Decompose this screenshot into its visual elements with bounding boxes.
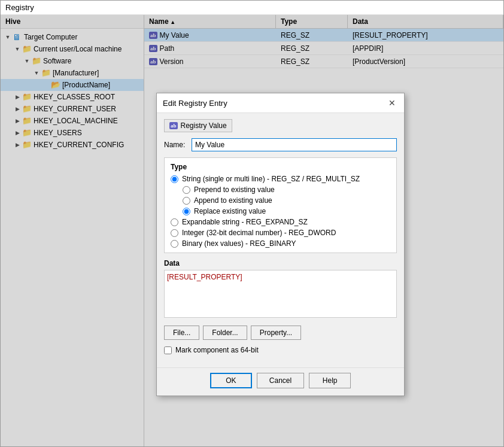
type-section-title: Type bbox=[171, 163, 390, 171]
window-title: Registry bbox=[1, 1, 503, 15]
dialog-footer: OK Cancel Help bbox=[157, 367, 404, 396]
radio-replace-input[interactable] bbox=[183, 208, 190, 215]
data-textarea[interactable]: [RESULT_PROPERTY] bbox=[164, 270, 397, 318]
name-label: Name: bbox=[164, 141, 188, 149]
radio-expandable[interactable]: Expandable string - REG_EXPAND_SZ bbox=[171, 218, 390, 226]
radio-append-input[interactable] bbox=[183, 197, 190, 205]
property-button[interactable]: Property... bbox=[251, 326, 301, 340]
radio-prepend-label: Prepend to existing value bbox=[194, 186, 275, 194]
dialog-overlay: Edit Registry Entry ✕ ab Registry Value … bbox=[1, 15, 503, 446]
radio-expandable-label: Expandable string - REG_EXPAND_SZ bbox=[182, 218, 308, 226]
radio-string-input[interactable] bbox=[171, 175, 178, 183]
radio-string[interactable]: String (single or multi line) - REG_SZ /… bbox=[171, 175, 390, 183]
radio-append[interactable]: Append to existing value bbox=[183, 196, 390, 205]
name-input[interactable] bbox=[192, 138, 397, 151]
dialog-titlebar: Edit Registry Entry ✕ bbox=[157, 93, 404, 113]
radio-expandable-input[interactable] bbox=[171, 218, 178, 226]
radio-integer-label: Integer (32-bit decimal number) - REG_DW… bbox=[182, 229, 336, 237]
radio-integer[interactable]: Integer (32-bit decimal number) - REG_DW… bbox=[171, 229, 390, 237]
64bit-label: Mark component as 64-bit bbox=[175, 346, 259, 354]
ok-button[interactable]: OK bbox=[210, 373, 252, 388]
dialog-close-button[interactable]: ✕ bbox=[386, 97, 398, 109]
dialog-title: Edit Registry Entry bbox=[163, 99, 227, 108]
dialog-body: ab Registry Value Name: Type bbox=[157, 113, 404, 367]
registry-value-badge: ab Registry Value bbox=[164, 119, 232, 132]
64bit-checkbox[interactable] bbox=[164, 346, 172, 354]
edit-registry-dialog: Edit Registry Entry ✕ ab Registry Value … bbox=[156, 93, 405, 396]
data-section: Data [RESULT_PROPERTY] bbox=[164, 259, 397, 320]
ab-badge-icon: ab bbox=[169, 122, 178, 129]
cancel-button[interactable]: Cancel bbox=[257, 373, 304, 388]
type-section: Type String (single or multi line) - REG… bbox=[164, 157, 397, 253]
radio-binary-label: Binary (hex values) - REG_BINARY bbox=[182, 239, 296, 248]
data-buttons: File... Folder... Property... bbox=[164, 326, 397, 340]
main-window: Registry Hive ▼ 🖥 Target Computer ▼ 📁 Cu… bbox=[0, 0, 504, 447]
name-field-row: Name: bbox=[164, 138, 397, 151]
radio-binary[interactable]: Binary (hex values) - REG_BINARY bbox=[171, 239, 390, 248]
main-content: Hive ▼ 🖥 Target Computer ▼ 📁 Current use… bbox=[1, 15, 503, 446]
radio-integer-input[interactable] bbox=[171, 229, 178, 237]
radio-group: String (single or multi line) - REG_SZ /… bbox=[171, 175, 390, 248]
radio-replace-label: Replace existing value bbox=[194, 207, 266, 215]
radio-binary-input[interactable] bbox=[171, 240, 178, 248]
radio-prepend[interactable]: Prepend to existing value bbox=[183, 186, 390, 194]
radio-string-label: String (single or multi line) - REG_SZ /… bbox=[182, 175, 360, 183]
data-label: Data bbox=[164, 259, 397, 267]
folder-button[interactable]: Folder... bbox=[203, 326, 247, 340]
file-button[interactable]: File... bbox=[164, 326, 199, 340]
registry-value-label: Registry Value bbox=[181, 121, 227, 130]
radio-append-label: Append to existing value bbox=[194, 196, 272, 205]
help-button[interactable]: Help bbox=[309, 373, 351, 388]
radio-replace[interactable]: Replace existing value bbox=[183, 207, 390, 215]
checkbox-row: Mark component as 64-bit bbox=[164, 346, 397, 354]
radio-prepend-input[interactable] bbox=[183, 186, 190, 194]
